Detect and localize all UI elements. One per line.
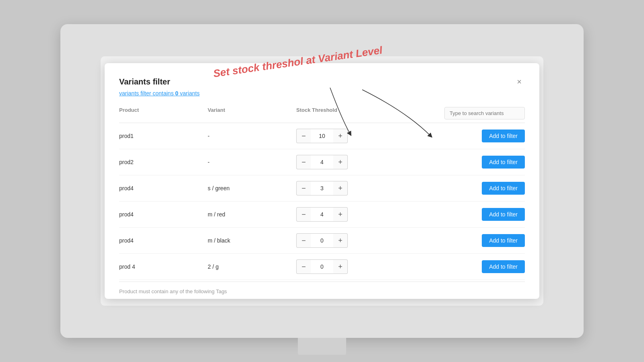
stepper-increment-1[interactable]: +	[333, 155, 348, 169]
stepper-decrement-3[interactable]: −	[296, 207, 311, 222]
monitor-base	[282, 355, 362, 362]
stepper-value-3[interactable]	[311, 207, 333, 222]
modal-footer: Product must contain any of the followin…	[119, 282, 525, 299]
cell-variant: s / green	[208, 185, 296, 191]
stepper-5: − +	[296, 259, 353, 274]
cell-action-5: Add to filter	[401, 260, 525, 273]
add-to-filter-button-0[interactable]: Add to filter	[482, 130, 525, 142]
stepper-value-2[interactable]	[311, 181, 333, 195]
stepper-value-0[interactable]	[311, 129, 333, 143]
stepper-value-4[interactable]	[311, 233, 333, 248]
modal-header: Variants filter ×	[119, 76, 525, 87]
cell-stepper: − +	[296, 207, 401, 222]
filter-link-text: variants filter contains	[119, 90, 175, 97]
cell-action-1: Add to filter	[401, 156, 525, 169]
cell-variant: m / red	[208, 211, 296, 218]
cell-stepper: − +	[296, 181, 401, 195]
add-to-filter-button-1[interactable]: Add to filter	[482, 156, 525, 169]
cell-stepper: − +	[296, 155, 401, 169]
add-to-filter-button-2[interactable]: Add to filter	[482, 182, 525, 195]
cell-stepper: − +	[296, 129, 401, 143]
stepper-2: − +	[296, 181, 353, 195]
table-row: prod1 - − + Add to filter	[119, 123, 525, 149]
table-body: prod1 - − + Add to filter prod2 - − + Ad…	[119, 123, 525, 280]
cell-action-2: Add to filter	[401, 182, 525, 195]
add-to-filter-button-4[interactable]: Add to filter	[482, 234, 525, 247]
cell-variant: -	[208, 133, 296, 139]
footer-text: Product must contain any of the followin…	[119, 288, 227, 294]
cell-variant: -	[208, 159, 296, 165]
filter-link-suffix: variants	[178, 90, 200, 97]
cell-action-0: Add to filter	[401, 130, 525, 142]
stepper-decrement-5[interactable]: −	[296, 259, 311, 274]
col-product: Product	[119, 107, 208, 119]
stepper-increment-2[interactable]: +	[333, 181, 348, 195]
cell-action-4: Add to filter	[401, 234, 525, 247]
stepper-decrement-2[interactable]: −	[296, 181, 311, 195]
table-row: prod4 s / green − + Add to filter	[119, 175, 525, 202]
cell-stepper: − +	[296, 259, 401, 274]
cell-action-3: Add to filter	[401, 208, 525, 221]
stepper-increment-4[interactable]: +	[333, 233, 348, 248]
close-button[interactable]: ×	[514, 76, 525, 87]
stepper-increment-3[interactable]: +	[333, 207, 348, 222]
stepper-4: − +	[296, 233, 353, 248]
monitor: Set stock threshol at Variant Level Vari…	[60, 24, 584, 338]
variants-filter-modal: Variants filter × variants filter contai…	[105, 63, 539, 299]
variants-table: Product Variant Stock Threshold prod1 - …	[119, 104, 525, 280]
table-header: Product Variant Stock Threshold	[119, 104, 525, 123]
modal-backdrop: Set stock threshol at Variant Level Vari…	[101, 56, 543, 306]
table-row: prod4 m / red − + Add to filter	[119, 202, 525, 228]
cell-variant: 2 / g	[208, 263, 296, 270]
cell-stepper: − +	[296, 233, 401, 248]
table-row: prod 4 2 / g − + Add to filter	[119, 254, 525, 280]
table-row: prod4 m / black − + Add to filter	[119, 228, 525, 254]
cell-product: prod1	[119, 133, 208, 139]
stepper-value-5[interactable]	[311, 259, 333, 274]
add-to-filter-button-3[interactable]: Add to filter	[482, 208, 525, 221]
filter-count: 0	[175, 90, 178, 97]
stepper-value-1[interactable]	[311, 155, 333, 169]
cell-variant: m / black	[208, 237, 296, 244]
cell-product: prod2	[119, 159, 208, 165]
table-row: prod2 - − + Add to filter	[119, 149, 525, 175]
add-to-filter-button-5[interactable]: Add to filter	[482, 260, 525, 273]
stepper-increment-0[interactable]: +	[333, 129, 348, 143]
stepper-0: − +	[296, 129, 353, 143]
stepper-1: − +	[296, 155, 353, 169]
filter-link[interactable]: variants filter contains 0 variants	[119, 90, 200, 97]
search-input[interactable]	[444, 107, 525, 119]
stepper-increment-5[interactable]: +	[333, 259, 348, 274]
cell-product: prod 4	[119, 263, 208, 270]
cell-product: prod4	[119, 211, 208, 218]
cell-product: prod4	[119, 237, 208, 244]
monitor-stand	[298, 338, 346, 357]
col-stock-threshold: Stock Threshold	[296, 107, 401, 119]
col-variant: Variant	[208, 107, 296, 119]
cell-product: prod4	[119, 185, 208, 191]
stepper-decrement-4[interactable]: −	[296, 233, 311, 248]
col-search	[401, 107, 525, 119]
stepper-decrement-1[interactable]: −	[296, 155, 311, 169]
stepper-3: − +	[296, 207, 353, 222]
stepper-decrement-0[interactable]: −	[296, 129, 311, 143]
modal-title: Variants filter	[119, 77, 170, 86]
